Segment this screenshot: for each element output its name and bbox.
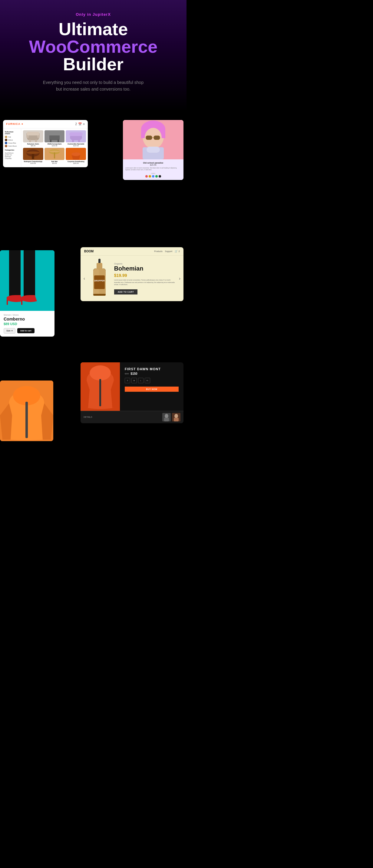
boom-organic-label: Organic <box>114 262 177 265</box>
color-label-oakboom: Oak & Boom <box>8 145 16 147</box>
shoes-info: Women / Shoes Comberno $89 USD Size ▾ Ad… <box>0 311 55 337</box>
jacket-buy-button[interactable]: BUY NOW <box>125 386 179 392</box>
color-dot-walnut <box>5 139 7 141</box>
jacket-new-price: $150 <box>131 372 137 375</box>
hero-section: Only in JupiterX Ultimate WooCommerce Bu… <box>0 0 186 111</box>
furniture-header: FURNICA ● 2 📅 ≡ <box>3 120 88 128</box>
svg-rect-5 <box>35 140 37 142</box>
jacket-info: FIRST DAWN MONT $90 $150 S M L XL BUY NO… <box>120 362 183 411</box>
shoes-breadcrumb: Women / Shoes <box>4 314 51 316</box>
boom-prev-arrow[interactable]: ‹ <box>83 276 85 281</box>
svg-point-43 <box>90 365 111 380</box>
svg-text:DROPPER: DROPPER <box>94 280 105 282</box>
item2-name: Alfalfa furnopchairs <box>44 143 65 145</box>
boom-product-image: DROPPER <box>88 259 112 298</box>
boom-product-name: Bohemian <box>114 265 177 272</box>
size-label: Size <box>6 330 10 332</box>
menu-icon: ≡ <box>83 122 85 126</box>
add-to-cart-button[interactable]: Add to cart <box>17 328 35 333</box>
hero-title: Ultimate WooCommerce Builder <box>6 20 180 73</box>
chair3-svg <box>68 131 83 142</box>
size-l[interactable]: L <box>138 378 143 383</box>
svg-rect-41 <box>93 294 106 296</box>
svg-point-16 <box>26 152 40 154</box>
boom-next-arrow[interactable]: › <box>179 276 180 281</box>
swatch-blue[interactable] <box>152 175 155 178</box>
svg-rect-50 <box>174 418 179 422</box>
chair2-image <box>44 130 65 143</box>
color-dot-blue <box>5 142 7 144</box>
boom-cart-icon[interactable]: 🛒 2 <box>175 250 180 253</box>
jacket-top: FIRST DAWN MONT $90 $150 S M L XL BUY NO… <box>80 362 183 411</box>
item6-name: Cusymion footalinating <box>66 161 86 162</box>
jacket-thumbnails <box>162 413 180 422</box>
size-m[interactable]: M <box>131 378 137 383</box>
boom-nav-support[interactable]: Support <box>165 250 173 252</box>
svg-rect-13 <box>78 140 80 142</box>
color-option-oakboom: Oak & Boom <box>5 145 19 147</box>
furniture-item-3: Assimontika Opentalak $220.99 <box>66 130 86 147</box>
vase1-svg <box>68 148 83 160</box>
shoes-svg <box>0 250 55 311</box>
hero-title-line2: WooCommerce <box>6 38 180 56</box>
hero-title-line3: Builder <box>6 56 180 73</box>
hero-tagline: Only in JupiterX <box>6 12 180 17</box>
boom-nav-products[interactable]: Products <box>154 250 163 252</box>
thumb2-svg <box>172 413 180 422</box>
jacket-standalone-svg <box>0 380 53 441</box>
svg-rect-12 <box>72 140 74 142</box>
furniture-item-5: Nah Nah $80.99 <box>44 148 65 164</box>
item4-name: Nottingvis Coopotioninga <box>23 161 43 162</box>
boom-nav: Products Support 🛒 2 <box>154 250 180 253</box>
svg-rect-32 <box>9 250 21 299</box>
size-selector[interactable]: Size ▾ <box>4 328 15 334</box>
sunglasses-photo <box>123 120 183 159</box>
jacket-details-row: DETAILS <box>83 413 180 422</box>
row1: FURNICA ● 2 📅 ≡ Suleyman chairs Oak <box>0 114 186 241</box>
swatch-black[interactable] <box>159 175 161 178</box>
chair3-image <box>66 130 86 143</box>
swatch-gold[interactable] <box>149 175 151 178</box>
jacket-thumb-2 <box>172 413 180 422</box>
svg-rect-26 <box>146 136 152 140</box>
vase1-image <box>66 148 86 160</box>
swatch-red[interactable] <box>145 175 148 178</box>
color-dot-oak <box>5 136 7 138</box>
sunglasses-desc: Lorem ipsum dolor sit amet consectetur. … <box>125 167 181 171</box>
furniture-item-4: Nottingvis Coopotioninga $190.99 <box>23 148 43 164</box>
svg-point-46 <box>165 414 168 418</box>
size-xl[interactable]: XL <box>145 378 150 383</box>
svg-rect-39 <box>94 275 105 289</box>
jacket-size-row: S M L XL <box>125 378 179 383</box>
boom-add-to-cart-button[interactable]: ADD TO CART <box>114 289 138 294</box>
furniture-store-card: FURNICA ● 2 📅 ≡ Suleyman chairs Oak <box>3 120 88 167</box>
furniture-sidebar: Suleyman chairs Oak Walnut Ocean Blue <box>3 128 21 167</box>
furniture-body: Suleyman chairs Oak Walnut Ocean Blue <box>3 128 88 167</box>
swatch-green[interactable] <box>155 175 158 178</box>
item3-price: $220.99 <box>66 145 86 147</box>
sunglasses-colors-label: colors <box>125 173 181 174</box>
cart-count-icon: 2 <box>75 122 77 126</box>
boom-body: ‹ DROPPER <box>80 256 183 301</box>
chevron-down-icon: ▾ <box>11 330 13 332</box>
boom-desc: Lorem ipsum dolor sit amet consectetur. … <box>114 279 177 286</box>
jacket-standalone-image <box>0 380 53 441</box>
jacket-bottom: DETAILS <box>80 411 183 423</box>
color-label-oak: Oak <box>8 136 11 138</box>
dropper-bottle-svg: DROPPER <box>91 259 108 298</box>
svg-rect-4 <box>29 140 31 142</box>
color-label-blue: Ocean Blue <box>8 142 16 144</box>
color-label-walnut: Walnut <box>8 139 13 141</box>
jacket-image-area <box>80 362 120 411</box>
color-option-oak: Oak <box>5 136 19 138</box>
svg-rect-8 <box>50 140 52 142</box>
size-s[interactable]: S <box>125 378 130 383</box>
boom-product-info: Organic Bohemian $19.99 Lorem ipsum dolo… <box>114 262 177 294</box>
table1-svg <box>26 148 41 160</box>
color-option-walnut: Walnut <box>5 139 19 141</box>
hero-subtitle: Everything you need not only to build a … <box>42 79 145 93</box>
sunglasses-price: $29.99 <box>125 164 181 166</box>
furniture-logo-text: FURNICA <box>6 122 20 125</box>
chair1-image <box>23 130 43 143</box>
row2: Women / Shoes Comberno $89 USD Size ▾ Ad… <box>0 244 186 353</box>
